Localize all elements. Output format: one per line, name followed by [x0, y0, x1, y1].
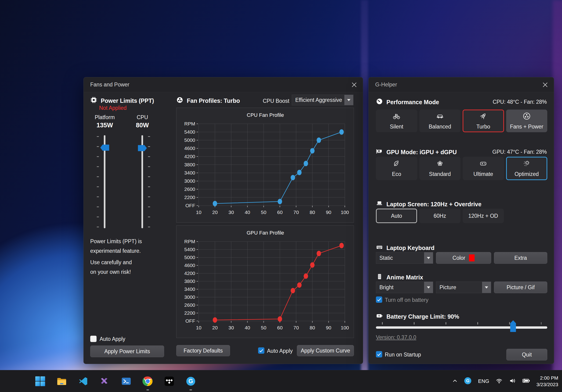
y-tick-label: 2600	[184, 186, 195, 192]
apply-power-limits-button[interactable]: Apply Power Limits	[90, 346, 164, 357]
cpu-slider-thumb[interactable]	[138, 145, 147, 151]
fan-curve-point[interactable]	[310, 148, 315, 154]
gauge-icon	[376, 98, 383, 106]
keyboard-mode-dropdown[interactable]: Static	[376, 252, 433, 264]
fan-curve-point[interactable]	[340, 129, 344, 135]
mode-turbo-button[interactable]: Turbo	[463, 110, 504, 132]
gpu-ultimate-button[interactable]: Ultimate	[463, 157, 504, 180]
chevron-up-icon[interactable]	[452, 378, 457, 384]
fan-curve-point[interactable]	[213, 201, 217, 206]
x-tick-label: 80	[310, 210, 315, 215]
y-tick-label: 3000	[184, 294, 195, 300]
flower-icon	[436, 159, 444, 169]
y-tick-label: 3800	[184, 162, 195, 167]
battery-slider-track[interactable]	[376, 326, 547, 329]
fan-curve-point[interactable]	[278, 199, 282, 204]
y-tick-label: 5400	[184, 247, 195, 252]
wifi-icon[interactable]	[496, 377, 503, 385]
g-helper-taskbar-icon[interactable]: G	[185, 375, 197, 387]
fan-curve-point[interactable]	[304, 273, 308, 279]
battery-slider-ticks	[382, 322, 541, 325]
curve-auto-apply-checkbox[interactable]	[258, 347, 264, 354]
platform-slider-ticks	[97, 136, 99, 227]
gpu-eco-button[interactable]: Eco	[376, 157, 417, 180]
cpu-chip-icon	[90, 97, 97, 105]
language-indicator[interactable]: ENG	[478, 378, 489, 384]
x-tick-label: 50	[261, 325, 266, 330]
terminal-icon[interactable]	[120, 375, 132, 387]
matrix-picture-gif-button[interactable]: Picture / Gif	[494, 281, 547, 293]
tidal-icon[interactable]	[163, 375, 175, 387]
screen-60hz-button[interactable]: 60Hz	[419, 209, 460, 223]
version-link[interactable]: Version: 0.37.0.0	[376, 334, 416, 341]
battery-icon[interactable]	[522, 378, 530, 385]
chevron-down-icon[interactable]	[424, 282, 433, 293]
fan-curve-point[interactable]	[297, 170, 302, 175]
cpu-boost-dropdown[interactable]: Efficient Aggressive	[292, 95, 353, 105]
power-limits-heading-label: Power Limits (PPT)	[101, 97, 154, 104]
x-tick-label: 60	[277, 325, 283, 330]
visual-studio-icon[interactable]	[99, 375, 111, 387]
close-icon[interactable]	[349, 79, 360, 90]
mode-silent-button[interactable]: Silent	[376, 110, 417, 132]
screen-buttons: Auto 60Hz 120Hz + OD	[376, 209, 504, 223]
cpu-boost-label: CPU Boost	[263, 98, 289, 104]
fan-curve-point[interactable]	[316, 138, 321, 143]
gpu-standard-button[interactable]: Standard	[419, 157, 461, 180]
matrix-brightness-dropdown[interactable]: Bright	[376, 281, 433, 293]
vscode-icon[interactable]	[77, 375, 89, 387]
x-tick-label: 70	[293, 210, 299, 215]
y-tick-label: OFF	[185, 203, 195, 208]
fan-curve-point[interactable]	[316, 251, 321, 256]
cpu-fan-chart[interactable]: 102030405060708090100OFF2200260030003400…	[176, 108, 354, 223]
clock[interactable]: 2:00 PM 3/23/2023	[537, 375, 558, 388]
file-explorer-icon[interactable]	[56, 375, 68, 387]
fan-profiles-heading-label: Fan Profiles: Turbo	[187, 97, 240, 104]
svg-text:G: G	[466, 379, 469, 383]
fan-curve-point[interactable]	[278, 316, 282, 322]
gpu-temp-status: GPU: 47°C - Fan: 28%	[492, 149, 547, 155]
x-tick-label: 40	[245, 325, 250, 330]
volume-icon[interactable]	[509, 377, 516, 385]
fan-curve-point[interactable]	[304, 161, 308, 166]
close-icon[interactable]	[540, 79, 550, 90]
screen-120hz-od-button[interactable]: 120Hz + OD	[463, 209, 504, 223]
start-button-icon[interactable]	[34, 375, 46, 387]
chrome-icon[interactable]	[142, 375, 154, 387]
gpu-optimized-button[interactable]: Optimized	[506, 157, 548, 180]
quit-button[interactable]: Quit	[506, 349, 547, 360]
fan-curve-point[interactable]	[310, 262, 315, 268]
power-auto-apply-checkbox[interactable]	[90, 336, 96, 342]
g-helper-tray-icon[interactable]: G	[464, 377, 472, 386]
run-on-startup-checkbox[interactable]	[376, 351, 382, 358]
fan-curve-point[interactable]	[291, 175, 295, 180]
factory-defaults-button[interactable]: Factory Defaults	[176, 345, 230, 356]
keyboard-extra-button[interactable]: Extra	[494, 252, 547, 264]
color-swatch	[469, 254, 475, 261]
gpu-fan-chart[interactable]: 102030405060708090100OFF2200260030003400…	[176, 225, 354, 338]
tray-time: 2:00 PM	[537, 375, 558, 381]
turn-off-on-battery-checkbox[interactable]	[376, 296, 382, 303]
ghelper-titlebar[interactable]: G-Helper	[369, 77, 554, 92]
keyboard-color-button[interactable]: Color	[436, 252, 491, 264]
fans-power-button[interactable]: Fans + Power	[506, 110, 548, 132]
mode-balanced-button[interactable]: Balanced	[419, 110, 461, 132]
chevron-down-icon[interactable]	[424, 252, 433, 264]
chevron-down-icon[interactable]	[482, 282, 491, 293]
matrix-mode-dropdown[interactable]: Picture	[436, 281, 491, 293]
y-tick-label: OFF	[185, 318, 195, 324]
fan-curve-point[interactable]	[340, 243, 344, 248]
y-tick-label: 3400	[184, 170, 195, 175]
y-tick-label: 4200	[184, 154, 195, 159]
chevron-down-icon[interactable]	[344, 95, 353, 105]
apply-custom-curve-button[interactable]: Apply Custom Curve	[297, 345, 354, 356]
screen-auto-button[interactable]: Auto	[376, 209, 417, 223]
fan-curve-point[interactable]	[291, 288, 295, 293]
fan-curve-point[interactable]	[213, 317, 217, 323]
x-tick-label: 90	[326, 210, 331, 215]
fan-curve-point[interactable]	[297, 282, 302, 288]
platform-slider-thumb[interactable]	[100, 145, 109, 151]
fans-window-titlebar[interactable]: Fans and Power	[84, 77, 363, 92]
x-tick-label: 100	[341, 325, 349, 330]
fan-curve-line	[215, 246, 341, 320]
